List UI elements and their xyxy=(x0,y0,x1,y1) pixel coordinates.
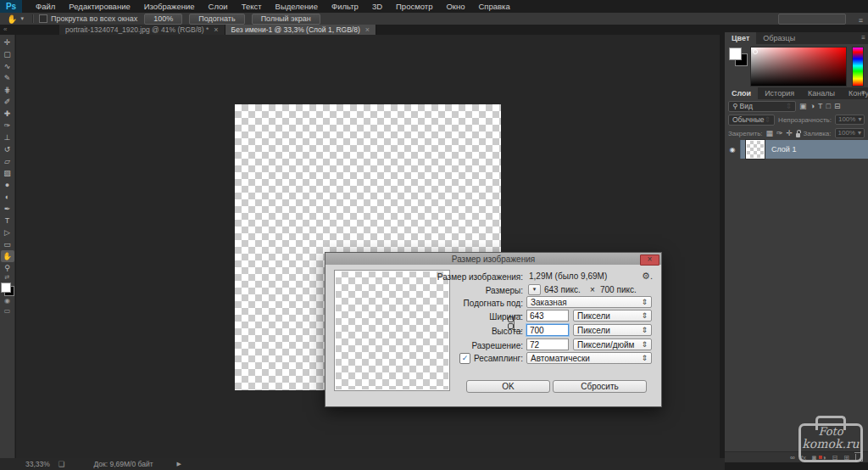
menu-image[interactable]: Изображение xyxy=(137,0,202,13)
tab-document-1[interactable]: portrait-1324074_1920.jpg @ 41% (RGB/8) … xyxy=(59,25,225,35)
lock-position-icon[interactable]: ✛ xyxy=(787,129,793,137)
reset-button[interactable]: Сбросить xyxy=(553,380,647,393)
export-icon[interactable]: ❏ xyxy=(58,460,65,468)
dialog-title-bar[interactable]: Размер изображения × xyxy=(326,253,661,265)
resample-value: Автоматически xyxy=(531,354,590,363)
layer-filter-dropdown[interactable]: ⚲ Вид ⇕ xyxy=(728,101,796,112)
eraser-tool[interactable]: ▱ xyxy=(1,155,14,167)
opacity-value[interactable]: 100% ▾ xyxy=(835,115,865,125)
tab-channels[interactable]: Каналы xyxy=(801,87,842,99)
layer-visibility-eye-icon[interactable]: ◉ xyxy=(730,146,736,154)
tab-color[interactable]: Цвет xyxy=(725,32,756,44)
layer-name[interactable]: Слой 1 xyxy=(771,145,796,154)
foreground-color-swatch[interactable] xyxy=(1,283,11,293)
tab-document-2[interactable]: Без имени-1 @ 33,3% (Слой 1, RGB/8) × xyxy=(225,25,376,35)
layers-panel-menu-icon[interactable]: ≡ xyxy=(861,87,865,99)
crop-tool[interactable]: ⋕ xyxy=(1,84,14,96)
color-panel-menu-icon[interactable]: ≡ xyxy=(861,32,865,44)
panel-foreground-swatch[interactable] xyxy=(729,48,742,60)
fill-label: Заливка: xyxy=(804,130,832,137)
link-layers-icon[interactable]: ∞ xyxy=(790,454,795,462)
tab-overflow-icon[interactable]: « xyxy=(0,25,59,35)
dimensions-caret-button[interactable]: ▼ xyxy=(528,284,541,295)
move-tool[interactable]: ✛ xyxy=(1,36,14,48)
blur-tool[interactable]: ● xyxy=(1,179,14,191)
tab-layers[interactable]: Слои xyxy=(725,87,758,99)
quick-mask-button[interactable]: ◉ xyxy=(4,296,10,306)
menu-file[interactable]: Файл xyxy=(29,0,62,13)
clone-stamp-tool[interactable]: ⊥ xyxy=(1,131,14,143)
gear-icon[interactable]: ⚙. xyxy=(642,271,653,282)
status-arrow-icon[interactable]: ▶ xyxy=(177,461,181,467)
layer-row-selected[interactable]: ◉ Слой 1 xyxy=(725,140,868,159)
filter-smart-icon[interactable]: ⊟ xyxy=(834,102,841,110)
zoom-tool[interactable]: ⚲ xyxy=(1,262,14,274)
dialog-close-button[interactable]: × xyxy=(640,255,659,266)
filter-shape-icon[interactable]: □ xyxy=(826,102,830,110)
tab-history[interactable]: История xyxy=(758,87,801,99)
zoom-level-field[interactable]: 33,33% xyxy=(25,460,50,468)
fill-value[interactable]: 100% ▾ xyxy=(835,128,865,138)
options-menu-icon[interactable]: ≡ xyxy=(859,16,863,25)
lock-all-icon[interactable] xyxy=(796,133,799,137)
menu-layers[interactable]: Слои xyxy=(202,0,235,13)
blend-mode-dropdown[interactable]: Обычные ⇕ xyxy=(728,115,775,126)
updown-icon: ⇕ xyxy=(641,354,648,362)
eyedropper-tool[interactable]: ✐ xyxy=(1,96,14,108)
zoom-100-button[interactable]: 100% xyxy=(144,14,182,25)
color-panel-header: Цвет Образцы ≡ xyxy=(725,32,868,44)
resample-checkbox[interactable]: ✓ xyxy=(459,353,470,364)
menu-select[interactable]: Выделение xyxy=(269,0,325,13)
resample-dropdown[interactable]: Автоматически ⇕ xyxy=(526,352,652,364)
resolution-input[interactable] xyxy=(526,339,569,350)
menu-view[interactable]: Просмотр xyxy=(389,0,439,13)
tab-swatches[interactable]: Образцы xyxy=(756,32,802,44)
filter-type-icon[interactable]: T xyxy=(818,102,823,110)
updown-icon: ⇕ xyxy=(641,311,648,320)
layer-thumbnail[interactable] xyxy=(746,140,765,159)
menu-type[interactable]: Текст xyxy=(235,0,269,13)
shape-tool[interactable]: ▭ xyxy=(1,238,14,250)
scroll-all-windows-checkbox[interactable] xyxy=(39,14,47,23)
height-input[interactable] xyxy=(526,324,569,336)
menu-3d[interactable]: 3D xyxy=(365,0,389,13)
width-unit-dropdown[interactable]: Пиксели ⇕ xyxy=(573,310,652,322)
pen-tool[interactable]: ✒ xyxy=(1,203,14,215)
hue-slider[interactable] xyxy=(852,47,864,87)
dimensions-width-value: 643 пикс. xyxy=(544,285,581,294)
tool-preset-caret-icon[interactable]: ▾ xyxy=(20,15,24,22)
brush-tool[interactable]: ✑ xyxy=(1,120,14,131)
height-unit-dropdown[interactable]: Пиксели ⇕ xyxy=(573,324,652,336)
hand-tool[interactable]: ✋ xyxy=(1,250,14,262)
saturation-field[interactable] xyxy=(750,47,847,87)
filter-pixel-icon[interactable]: ▣ xyxy=(799,102,807,110)
type-tool[interactable]: T xyxy=(1,215,14,227)
screen-mode-button[interactable]: ▭ xyxy=(4,306,11,316)
quick-selection-icon: ✎ xyxy=(4,74,11,82)
quick-selection-tool[interactable]: ✎ xyxy=(1,72,14,84)
menu-filter[interactable]: Фильтр xyxy=(325,0,365,13)
lock-transparency-icon[interactable]: ▦ xyxy=(766,129,774,137)
menu-edit[interactable]: Редактирование xyxy=(62,0,136,13)
tab-1-close-icon[interactable]: × xyxy=(214,25,218,34)
path-selection-tool[interactable]: ▷ xyxy=(1,227,14,238)
fit-to-dropdown[interactable]: Заказная ⇕ xyxy=(526,296,652,308)
lasso-tool[interactable]: ∿ xyxy=(1,60,14,72)
dodge-tool[interactable]: ◐ xyxy=(1,191,14,203)
width-input[interactable] xyxy=(526,310,569,322)
menu-window[interactable]: Окно xyxy=(439,0,471,13)
history-brush-tool[interactable]: ↺ xyxy=(1,143,14,155)
workspace-switcher[interactable] xyxy=(778,14,846,25)
tab-2-close-icon[interactable]: × xyxy=(365,25,370,34)
filter-adjustment-icon[interactable]: ◑ xyxy=(810,102,815,110)
ok-button[interactable]: OK xyxy=(466,380,550,393)
spot-healing-tool[interactable]: ✚ xyxy=(1,108,14,120)
menu-help[interactable]: Справка xyxy=(472,0,517,13)
marquee-tool[interactable]: ▢ xyxy=(1,48,14,60)
full-screen-button[interactable]: Полный экран xyxy=(252,14,320,25)
fit-screen-button[interactable]: Подогнать xyxy=(189,14,244,25)
lock-pixels-icon[interactable]: ✑ xyxy=(776,129,783,137)
swap-colors-icon[interactable]: ⇄ xyxy=(5,274,10,281)
gradient-tool[interactable]: ▨ xyxy=(1,167,14,179)
resolution-unit-dropdown[interactable]: Пиксели/дюйм ⇕ xyxy=(573,339,652,350)
